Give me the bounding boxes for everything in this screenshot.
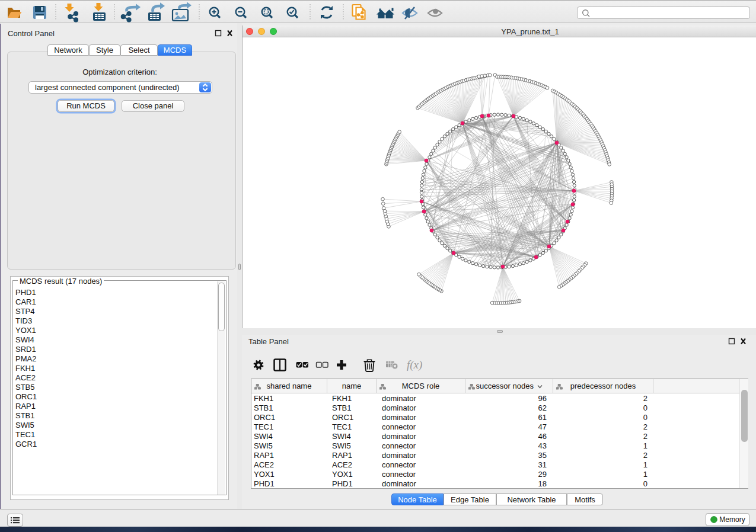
svg-text:f(x): f(x) — [407, 358, 422, 371]
